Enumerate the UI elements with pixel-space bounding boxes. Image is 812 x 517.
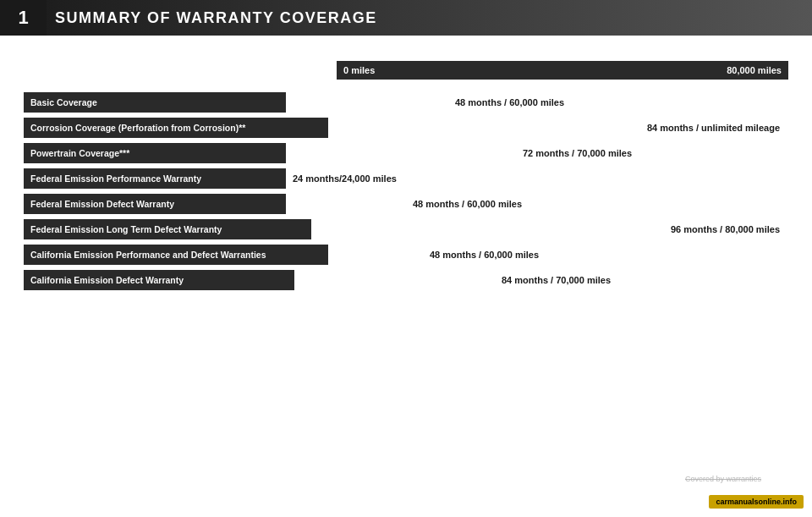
miles-bar-right-label: 80,000 miles [727, 65, 782, 75]
warranty-label-powertrain: Powertrain Coverage*** [24, 143, 286, 163]
warranty-coverage-fed-perf: 24 months/24,000 miles [286, 173, 788, 184]
warranty-row-basic: Basic Coverage 48 months / 60,000 miles [24, 91, 788, 113]
warranty-row-corrosion: Corrosion Coverage (Perforation from Cor… [24, 117, 788, 139]
warranty-label-corrosion: Corrosion Coverage (Perforation from Cor… [24, 118, 328, 138]
warranty-coverage-ca-defect: 84 months / 70,000 miles [294, 275, 788, 285]
warranty-row-fed-long: Federal Emission Long Term Defect Warran… [24, 218, 788, 240]
header-bar: 1 SUMMARY OF WARRANTY COVERAGE [0, 0, 812, 36]
warranty-coverage-ca-perf: 48 months / 60,000 miles [328, 250, 788, 260]
warranty-row-ca-perf: California Emission Performance and Defe… [24, 244, 788, 266]
warranty-label-ca-defect: California Emission Defect Warranty [24, 270, 294, 290]
miles-bar: 0 miles 80,000 miles [337, 61, 788, 80]
warranty-label-fed-perf: Federal Emission Performance Warranty [24, 168, 286, 189]
miles-bar-left-label: 0 miles [343, 65, 375, 75]
warranty-label-fed-long: Federal Emission Long Term Defect Warran… [24, 219, 311, 239]
warranty-row-powertrain: Powertrain Coverage*** 72 months / 70,00… [24, 142, 788, 164]
watermark: Covered by warranties [685, 475, 761, 483]
warranty-row-fed-perf: Federal Emission Performance Warranty 24… [24, 168, 788, 190]
miles-bar-row: 0 miles 80,000 miles [337, 61, 788, 80]
header-number: 1 [0, 0, 47, 36]
warranty-coverage-powertrain: 72 months / 70,000 miles [286, 148, 788, 158]
header-title: SUMMARY OF WARRANTY COVERAGE [47, 9, 377, 27]
warranty-label-basic: Basic Coverage [24, 92, 286, 113]
warranty-coverage-fed-defect: 48 months / 60,000 miles [286, 199, 788, 209]
main-content: 0 miles 80,000 miles Basic Coverage 48 m… [0, 36, 812, 311]
warranty-row-ca-defect: California Emission Defect Warranty 84 m… [24, 269, 788, 291]
warranty-row-fed-defect: Federal Emission Defect Warranty 48 mont… [24, 193, 788, 215]
warranty-label-fed-defect: Federal Emission Defect Warranty [24, 194, 286, 214]
warranty-coverage-corrosion: 84 months / unlimited mileage [328, 123, 788, 133]
warranty-coverage-fed-long: 96 months / 80,000 miles [311, 224, 788, 234]
warranty-label-ca-perf: California Emission Performance and Defe… [24, 245, 328, 265]
warranty-coverage-basic: 48 months / 60,000 miles [286, 97, 788, 107]
carmanuals-logo: carmanualsonline.info [709, 495, 804, 509]
